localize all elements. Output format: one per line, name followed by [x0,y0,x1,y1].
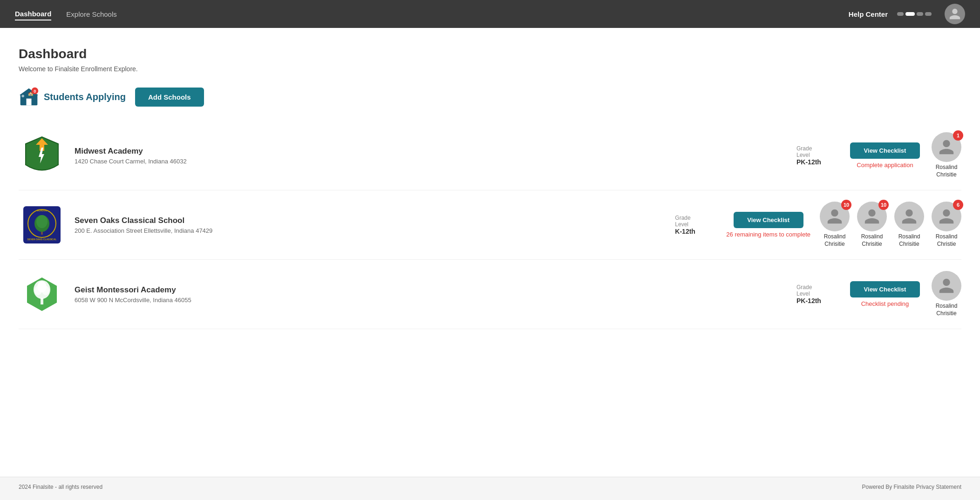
student-name: RosalindChrisitie [898,233,920,248]
student-avatar[interactable] [894,202,924,231]
midwest-logo-image [21,135,63,176]
school-info-geist: Geist Montessori Academy 6058 W 900 N Mc… [75,285,787,304]
student-avatar[interactable] [932,271,961,301]
grade-label-2: Level [675,221,717,228]
grade-value: K-12th [675,228,717,235]
school-name: Midwest Academy [75,147,787,156]
student-avatar[interactable]: 6 [932,202,961,231]
students-cell-sevenoaks: 10 RosalindChrisitie 10 RosalindChrisiti… [820,202,961,248]
grade-info-geist: Grade Level PK-12th [796,284,838,304]
school-address: 6058 W 900 N McCordsville, Indiana 46055 [75,297,787,304]
student-avatar[interactable]: 10 [820,202,850,231]
student-name: RosalindChristie [936,233,958,248]
finalsite-link[interactable]: Finalsite [894,484,915,490]
main-content: Dashboard Welcome to Finalsite Enrollmen… [0,28,980,477]
list-item: RosalindChrisitie [894,202,924,248]
table-row: Geist Montessori Academy 6058 W 900 N Mc… [19,260,961,329]
navbar-left: Dashboard Explore Schools [15,8,117,20]
svg-text:SCHOOL: SCHOOL [37,209,47,212]
svg-text:SEVEN OAKS CLASSICAL: SEVEN OAKS CLASSICAL [27,238,57,241]
navbar-right: Help Center [849,4,965,24]
geist-logo-image [23,276,61,313]
help-center-link[interactable]: Help Center [849,10,888,18]
person-icon [863,208,881,225]
person-icon [900,208,918,225]
progress-dot-4 [925,12,932,16]
student-name: RosalindChrisitie [936,164,958,178]
school-info-sevenoaks: Seven Oaks Classical School 200 E. Assoc… [75,216,666,234]
svg-rect-17 [41,298,43,304]
user-avatar[interactable] [945,4,965,24]
grade-label-2: Level [796,152,838,158]
person-icon [938,277,955,295]
notification-badge: 10 [878,200,889,210]
page-title: Dashboard [19,47,961,61]
notification-badge: 6 [953,200,963,210]
students-cell-geist: RosalindChrisitie [932,271,961,317]
grade-value: PK-12th [796,297,838,304]
avatar-background [894,202,924,231]
list-item: 6 RosalindChristie [932,202,961,248]
section-icon-group: 🏫 0 Students Applying [19,87,126,107]
nav-dashboard[interactable]: Dashboard [15,8,51,20]
page-subtitle: Welcome to Finalsite Enrollment Explore. [19,65,961,73]
section-title: Students Applying [44,92,126,102]
svg-text:0: 0 [34,89,36,94]
checklist-cell-sevenoaks: View Checklist 26 remaining items to com… [726,212,810,238]
grade-label-2: Level [796,291,838,297]
navbar: Dashboard Explore Schools Help Center [0,0,980,28]
school-list: Midwest Academy 1420 Chase Court Carmel,… [19,121,961,329]
school-address: 200 E. Association Street Ellettsville, … [75,227,666,234]
svg-point-12 [36,215,48,228]
school-name: Geist Montessori Academy [75,285,787,295]
footer-powered-by: Powered By Finalsite Privacy Statement [862,484,961,490]
student-name: RosalindChrisitie [936,303,958,317]
footer: 2024 Finalsite - all rights reserved Pow… [0,477,980,497]
list-item: 10 RosalindChrisitie [820,202,850,248]
school-logo-sevenoaks: SEVEN OAKS CLASSICAL SCHOOL [19,202,65,248]
grade-label: Grade [796,284,838,291]
progress-dot-1 [897,12,904,16]
checklist-status-midwest: Complete application [848,162,922,169]
notification-badge: 1 [953,130,963,141]
progress-dot-3 [917,12,923,16]
avatar-background [932,271,961,301]
list-item: RosalindChrisitie [932,271,961,317]
school-info-midwest: Midwest Academy 1420 Chase Court Carmel,… [75,147,787,165]
view-checklist-button-midwest[interactable]: View Checklist [850,142,920,159]
list-item: 10 RosalindChrisitie [857,202,887,248]
students-applying-icon: 🏫 0 [19,87,39,107]
student-avatar[interactable]: 1 [932,132,961,162]
privacy-link[interactable]: Privacy Statement [916,484,961,490]
notification-badge: 10 [841,200,851,210]
progress-indicator [897,12,932,16]
checklist-cell-midwest: View Checklist Complete application [848,142,922,169]
person-icon [938,208,955,225]
grade-value: PK-12th [796,158,838,166]
checklist-status-sevenoaks: 26 remaining items to complete [726,231,810,238]
person-icon [826,208,844,225]
add-schools-button[interactable]: Add Schools [135,88,204,107]
person-icon [938,138,955,156]
user-icon [948,7,961,20]
svg-rect-2 [27,99,32,106]
table-row: SEVEN OAKS CLASSICAL SCHOOL Seven Oaks C… [19,190,961,260]
view-checklist-button-geist[interactable]: View Checklist [850,281,920,297]
list-item: 1 RosalindChrisitie [932,132,961,178]
footer-copyright: 2024 Finalsite - all rights reserved [19,484,102,490]
svg-point-20 [37,281,47,292]
table-row: Midwest Academy 1420 Chase Court Carmel,… [19,121,961,190]
student-name: RosalindChrisitie [824,233,846,248]
students-cell-midwest: 1 RosalindChrisitie [932,132,961,178]
nav-explore-schools[interactable]: Explore Schools [66,8,116,20]
student-avatar[interactable]: 10 [857,202,887,231]
school-logo-midwest [19,132,65,179]
school-address: 1420 Chase Court Carmel, Indiana 46032 [75,158,787,165]
section-header: 🏫 0 Students Applying Add Schools [19,87,961,107]
checklist-cell-geist: View Checklist Checklist pending [848,281,922,307]
student-name: RosalindChrisitie [861,233,883,248]
svg-point-3 [21,95,24,97]
grade-info-midwest: Grade Level PK-12th [796,145,838,166]
view-checklist-button-sevenoaks[interactable]: View Checklist [734,212,803,228]
grade-label: Grade [675,215,717,221]
